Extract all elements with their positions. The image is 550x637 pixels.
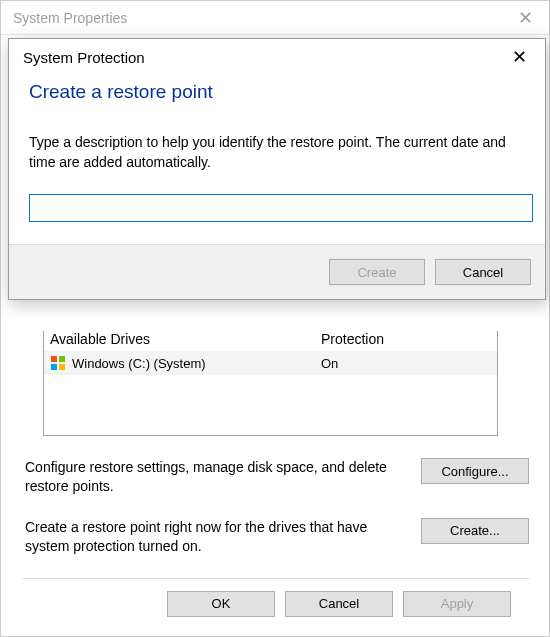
dialog-create-button[interactable]: Create bbox=[329, 259, 425, 285]
parent-window-title: System Properties bbox=[13, 10, 127, 26]
drive-protection-status: On bbox=[319, 356, 497, 371]
drives-header-protection: Protection bbox=[319, 331, 497, 351]
svg-rect-3 bbox=[59, 364, 65, 370]
create-button[interactable]: Create... bbox=[421, 518, 529, 544]
svg-rect-0 bbox=[51, 356, 57, 362]
configure-description: Configure restore settings, manage disk … bbox=[25, 458, 405, 496]
configure-section: Configure restore settings, manage disk … bbox=[25, 458, 529, 496]
svg-rect-2 bbox=[51, 364, 57, 370]
configure-button[interactable]: Configure... bbox=[421, 458, 529, 484]
dialog-cancel-button[interactable]: Cancel bbox=[435, 259, 531, 285]
apply-button[interactable]: Apply bbox=[403, 591, 511, 617]
restore-point-description-input[interactable] bbox=[29, 194, 533, 222]
close-icon[interactable]: ✕ bbox=[502, 42, 537, 72]
dialog-body: Create a restore point Type a descriptio… bbox=[9, 75, 545, 244]
drives-header: Available Drives Protection bbox=[44, 331, 497, 351]
drive-icon bbox=[50, 355, 66, 371]
close-icon[interactable]: ✕ bbox=[508, 5, 543, 31]
dialog-title: System Protection bbox=[23, 49, 145, 66]
dialog-heading: Create a restore point bbox=[29, 81, 525, 103]
svg-rect-1 bbox=[59, 356, 65, 362]
system-protection-tab-body: Available Drives Protection Windows (C:)… bbox=[1, 331, 549, 636]
drive-name: Windows (C:) (System) bbox=[72, 356, 206, 371]
dialog-titlebar: System Protection ✕ bbox=[9, 39, 545, 75]
dialog-footer: Create Cancel bbox=[9, 244, 545, 299]
ok-button[interactable]: OK bbox=[167, 591, 275, 617]
cancel-button[interactable]: Cancel bbox=[285, 591, 393, 617]
available-drives-panel: Available Drives Protection Windows (C:)… bbox=[43, 331, 498, 436]
parent-footer: OK Cancel Apply bbox=[23, 578, 529, 617]
dialog-description: Type a description to help you identify … bbox=[29, 133, 525, 172]
parent-titlebar: System Properties ✕ bbox=[1, 1, 549, 35]
create-section: Create a restore point right now for the… bbox=[25, 518, 529, 556]
create-description: Create a restore point right now for the… bbox=[25, 518, 405, 556]
drives-header-name: Available Drives bbox=[44, 331, 319, 351]
table-row[interactable]: Windows (C:) (System) On bbox=[44, 351, 497, 375]
system-protection-dialog: System Protection ✕ Create a restore poi… bbox=[8, 38, 546, 300]
